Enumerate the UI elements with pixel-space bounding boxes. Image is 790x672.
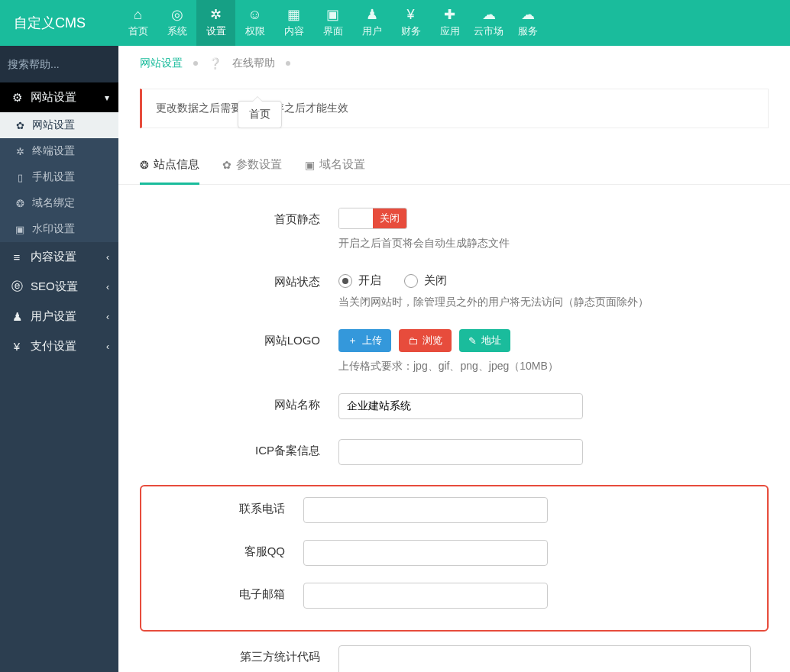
gears-icon: ✲ (210, 8, 222, 21)
sidebar-item-domain[interactable]: ❂域名绑定 (0, 190, 118, 216)
btn-upload[interactable]: ＋上传 (338, 329, 391, 352)
grid-icon: ▦ (287, 8, 300, 21)
tab-params[interactable]: ✿参数设置 (222, 150, 282, 185)
btn-url[interactable]: ✎地址 (459, 329, 510, 352)
separator-dot-icon (286, 61, 290, 66)
chip-icon: ◎ (171, 8, 183, 21)
sidebar: 🔍 ⚙ 网站设置 ▾ ✿网站设置 ✲终端设置 ▯手机设置 ❂域名绑定 ▣水印设置… (0, 46, 118, 672)
user-icon: ♟ (366, 8, 378, 21)
chevron-left-icon: ‹ (106, 252, 109, 263)
puzzle-icon: ✚ (444, 8, 455, 21)
gears2-icon: ✲ (12, 146, 28, 157)
label-site-name: 网站名称 (140, 393, 338, 412)
yen-icon: ¥ (406, 8, 414, 21)
help-circle-icon: ❔ (209, 57, 222, 69)
edit-icon: ✎ (468, 335, 477, 347)
image-icon: ▣ (12, 224, 28, 235)
list-icon: ≡ (9, 250, 24, 263)
sidebar-group-content[interactable]: ≡内容设置‹ (0, 242, 118, 272)
folder-icon: 🗀 (408, 335, 418, 347)
topnav: ⌂首页 ◎系统 ✲设置 ☺权限 ▦内容 ▣界面 ♟用户 ¥财务 ✚应用 ☁云市场… (118, 0, 547, 46)
label-icp: ICP备案信息 (140, 439, 338, 458)
input-icp[interactable] (338, 439, 583, 465)
help-logo: 上传格式要求：jpg、gif、png、jpeg（10MB） (338, 360, 769, 373)
sidebar-sub-site: ✿网站设置 ✲终端设置 ▯手机设置 ❂域名绑定 ▣水印设置 (0, 112, 118, 242)
tab-site-info[interactable]: ❂站点信息 (140, 150, 199, 185)
radio-checked-icon (338, 274, 352, 288)
crumb-help[interactable]: 在线帮助 (232, 57, 275, 70)
label-static: 首页静态 (140, 208, 338, 227)
sidebar-group-site[interactable]: ⚙ 网站设置 ▾ (0, 82, 118, 112)
mobile-icon: ▯ (12, 172, 28, 183)
gear3-icon: ✿ (222, 159, 231, 171)
cloud-icon: ☁ (482, 8, 496, 21)
cloud2-icon: ☁ (521, 8, 535, 21)
radio-status-on[interactable]: 开启 (338, 273, 381, 288)
user-circle-icon: ☺ (248, 8, 261, 21)
tab-domain[interactable]: ▣域名设置 (305, 150, 365, 185)
topnav-settings[interactable]: ✲设置 (196, 0, 235, 46)
chevron-down-icon: ▾ (105, 92, 109, 103)
topnav-home[interactable]: ⌂首页 (118, 0, 157, 46)
input-qq[interactable] (303, 540, 548, 566)
brand: 自定义CMS (0, 0, 118, 46)
topbar: 自定义CMS ⌂首页 ◎系统 ✲设置 ☺权限 ▦内容 ▣界面 ♟用户 ¥财务 ✚… (0, 0, 790, 46)
switch-home-static[interactable]: 关闭 (338, 208, 407, 229)
separator-dot-icon (193, 61, 198, 66)
sidebar-group-pay[interactable]: ¥支付设置‹ (0, 331, 118, 361)
square-icon: ▣ (305, 159, 315, 171)
sidebar-search: 🔍 (0, 46, 118, 82)
label-qq: 客服QQ (163, 540, 303, 559)
plus-icon: ＋ (348, 334, 358, 347)
switch-off-text: 关闭 (373, 208, 406, 228)
chevron-left-icon: ‹ (106, 312, 109, 322)
tabs: ❂站点信息 ✿参数设置 ▣域名设置 (118, 133, 790, 185)
form: 首页静态 关闭 开启之后首页将会自动生成静态文件 网站状态 开启 关闭 当 (118, 185, 790, 672)
input-phone[interactable] (303, 497, 548, 523)
help-static: 开启之后首页将会自动生成静态文件 (338, 237, 769, 250)
sidebar-item-terminal[interactable]: ✲终端设置 (0, 138, 118, 164)
topnav-content[interactable]: ▦内容 (274, 0, 313, 46)
globe2-icon: ❂ (140, 159, 149, 171)
topnav-user[interactable]: ♟用户 (352, 0, 391, 46)
breadcrumb: 网站设置 ❔ 在线帮助 (118, 46, 790, 78)
sidebar-item-site-settings[interactable]: ✿网站设置 (0, 112, 118, 138)
home-icon: ⌂ (134, 8, 142, 21)
gear-icon: ⚙ (9, 91, 24, 105)
label-phone: 联系电话 (163, 497, 303, 516)
sidebar-group-seo[interactable]: ⓔSEO设置‹ (0, 272, 118, 302)
label-email: 电子邮箱 (163, 583, 303, 602)
globe-icon: ❂ (12, 198, 28, 209)
radio-unchecked-icon (404, 274, 418, 288)
main-content: 首页 网站设置 ❔ 在线帮助 更改数据之后需要更新缓存之后才能生效 ❂站点信息 … (118, 46, 790, 672)
ie-icon: ⓔ (9, 279, 24, 294)
sidebar-group-user[interactable]: ♟用户设置‹ (0, 302, 118, 331)
person-icon: ♟ (9, 310, 24, 324)
chevron-left-icon: ‹ (106, 282, 109, 292)
chevron-left-icon: ‹ (106, 341, 109, 352)
input-email[interactable] (303, 583, 548, 609)
label-stats: 第三方统计代码 (140, 645, 338, 664)
input-site-name[interactable] (338, 393, 583, 419)
btn-browse[interactable]: 🗀浏览 (399, 329, 452, 352)
gear-icon: ✿ (12, 120, 28, 131)
crumb-site-settings[interactable]: 网站设置 (140, 57, 183, 70)
radio-status-off[interactable]: 关闭 (404, 273, 447, 288)
topnav-ui[interactable]: ▣界面 (313, 0, 352, 46)
help-status: 当关闭网站时，除管理员之外的用户将无法访问（静态页面除外） (338, 296, 769, 309)
tooltip-popover: 首页 (238, 101, 282, 128)
topnav-services[interactable]: ☁服务 (508, 0, 547, 46)
label-status: 网站状态 (140, 270, 338, 289)
layout-icon: ▣ (326, 8, 339, 21)
highlight-box: 联系电话 客服QQ 电子邮箱 (140, 485, 769, 632)
topnav-apps[interactable]: ✚应用 (430, 0, 469, 46)
sidebar-item-watermark[interactable]: ▣水印设置 (0, 216, 118, 242)
topnav-permissions[interactable]: ☺权限 (235, 0, 274, 46)
textarea-stats[interactable] (338, 645, 751, 672)
topnav-finance[interactable]: ¥财务 (391, 0, 430, 46)
sidebar-item-mobile[interactable]: ▯手机设置 (0, 164, 118, 190)
topnav-market[interactable]: ☁云市场 (469, 0, 508, 46)
label-logo: 网站LOGO (140, 329, 338, 348)
info-banner: 更改数据之后需要更新缓存之后才能生效 (140, 89, 769, 128)
topnav-system[interactable]: ◎系统 (157, 0, 196, 46)
